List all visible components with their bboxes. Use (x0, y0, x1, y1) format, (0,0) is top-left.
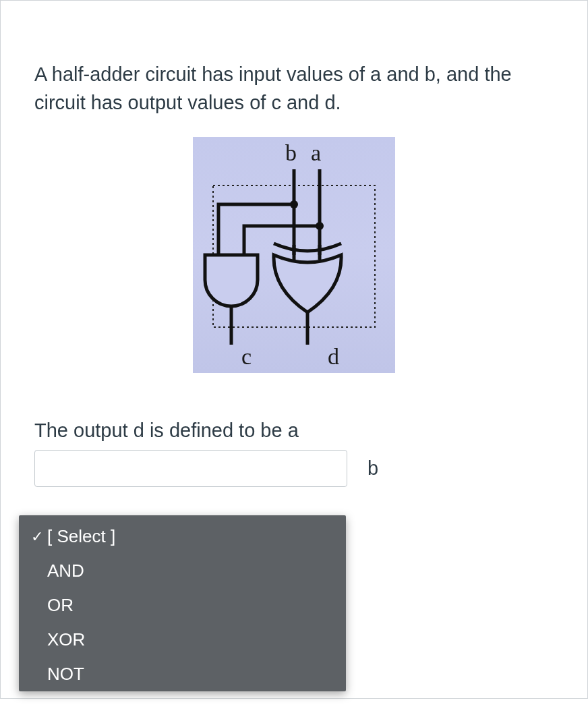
option-and[interactable]: AND (19, 554, 346, 588)
option-label: NOT (46, 664, 84, 685)
diagram-label-d: d (328, 344, 339, 370)
gate-select-dropdown[interactable]: ✓ [ Select ] AND OR XOR NOT (19, 515, 346, 691)
option-label: [ Select ] (46, 526, 115, 547)
page: A half-adder circuit has input values of… (0, 0, 588, 719)
option-placeholder[interactable]: ✓ [ Select ] (19, 519, 346, 554)
half-adder-diagram: b a c d (193, 137, 395, 373)
question-prompt: The output d is defined to be a (34, 416, 554, 444)
option-label: XOR (46, 629, 85, 650)
gate-select[interactable] (34, 450, 347, 487)
question-intro: A half-adder circuit has input values of… (34, 60, 554, 117)
option-label: OR (46, 595, 74, 616)
diagram-label-a: a (311, 140, 321, 166)
answer-row: b (34, 450, 554, 487)
diagram-label-c: c (241, 344, 252, 370)
circuit-svg (193, 137, 395, 373)
option-xor[interactable]: XOR (19, 623, 346, 657)
after-select-text: b (354, 450, 378, 487)
option-not[interactable]: NOT (19, 657, 346, 691)
option-label: AND (46, 560, 84, 581)
diagram-label-b: b (285, 140, 297, 166)
option-or[interactable]: OR (19, 588, 346, 623)
check-icon: ✓ (28, 528, 46, 546)
diagram-container: b a c d (34, 137, 554, 376)
